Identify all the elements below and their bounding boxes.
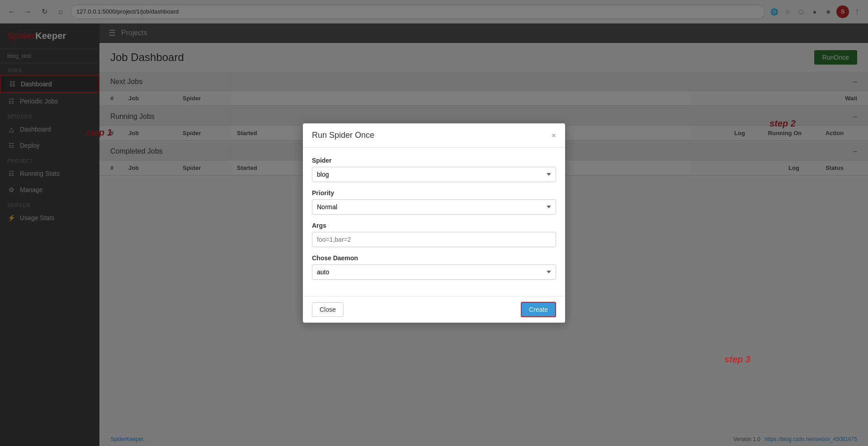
spider-select[interactable]: blog	[312, 167, 556, 182]
args-input[interactable]	[312, 232, 556, 247]
create-button[interactable]: Create	[521, 302, 556, 317]
modal-close-button[interactable]: ×	[551, 131, 556, 140]
modal-title: Run Spider Once	[312, 131, 374, 140]
modal-body: Spider blog Priority Normal High Low Arg…	[303, 148, 565, 296]
close-button[interactable]: Close	[312, 302, 344, 317]
modal-header: Run Spider Once ×	[303, 123, 565, 148]
daemon-label: Chose Daemon	[312, 254, 556, 262]
priority-form-group: Priority Normal High Low	[312, 189, 556, 215]
priority-select[interactable]: Normal High Low	[312, 199, 556, 215]
priority-label: Priority	[312, 189, 556, 197]
spider-label: Spider	[312, 157, 556, 164]
args-form-group: Args	[312, 222, 556, 247]
modal-footer: Close Create	[303, 296, 565, 323]
args-label: Args	[312, 222, 556, 229]
daemon-select[interactable]: auto	[312, 264, 556, 280]
spider-form-group: Spider blog	[312, 157, 556, 182]
run-spider-modal: Run Spider Once × Spider blog Priority N…	[303, 123, 565, 323]
modal-overlay: Run Spider Once × Spider blog Priority N…	[0, 0, 868, 446]
daemon-form-group: Chose Daemon auto	[312, 254, 556, 280]
